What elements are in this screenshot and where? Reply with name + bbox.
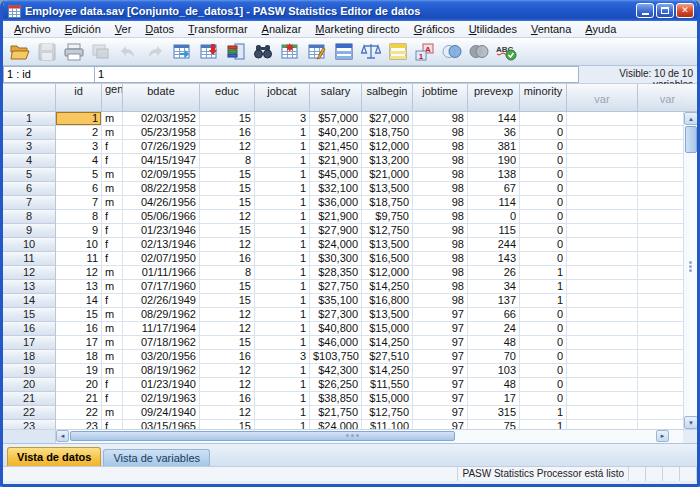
menu-datos[interactable]: Datos (138, 22, 181, 36)
grid-cell[interactable]: 0 (520, 350, 567, 364)
grid-cell[interactable] (638, 224, 683, 238)
grid-cell[interactable]: f (102, 210, 123, 224)
menu-analizar[interactable]: Analizar (255, 22, 309, 36)
grid-cell[interactable]: $21,900 (310, 210, 362, 224)
column-header-educ[interactable]: educ (200, 84, 255, 112)
find-icon[interactable] (250, 40, 275, 63)
grid-cell[interactable]: 02/09/1955 (123, 168, 200, 182)
grid-cell[interactable] (638, 406, 683, 420)
grid-cell[interactable] (567, 210, 638, 224)
grid-cell[interactable]: 0 (520, 126, 567, 140)
grid-cell[interactable]: 10 (56, 238, 102, 252)
grid-cell[interactable] (638, 168, 683, 182)
grid-cell[interactable]: 97 (413, 406, 468, 420)
grid-cell[interactable]: $24,000 (310, 238, 362, 252)
grid-cell[interactable]: 1 (255, 126, 310, 140)
grid-cell[interactable]: $27,000 (362, 112, 413, 126)
grid-cell[interactable]: 17 (468, 392, 520, 406)
grid-cell[interactable]: 190 (468, 154, 520, 168)
grid-cell[interactable] (567, 392, 638, 406)
grid-cell[interactable] (638, 392, 683, 406)
grid-cell[interactable] (567, 322, 638, 336)
grid-cell[interactable]: $45,000 (310, 168, 362, 182)
grid-cell[interactable]: 1 (255, 154, 310, 168)
grid-cell[interactable]: $27,510 (362, 350, 413, 364)
grid-cell[interactable] (567, 364, 638, 378)
variables-icon[interactable] (223, 40, 248, 63)
grid-cell[interactable]: 1 (255, 336, 310, 350)
column-header-bdate[interactable]: bdate (123, 84, 200, 112)
grid-cell[interactable]: f (102, 252, 123, 266)
grid-cell[interactable]: 08/22/1958 (123, 182, 200, 196)
grid-cell[interactable]: $42,300 (310, 364, 362, 378)
row-header[interactable]: 19 (3, 364, 56, 378)
grid-cell[interactable]: 114 (468, 196, 520, 210)
grid-cell[interactable]: 98 (413, 224, 468, 238)
grid-cell[interactable]: 1 (255, 238, 310, 252)
row-header[interactable]: 4 (3, 154, 56, 168)
grid-cell[interactable] (638, 350, 683, 364)
grid-cell[interactable]: 16 (200, 392, 255, 406)
grid-cell[interactable] (638, 322, 683, 336)
grid-cell[interactable]: 0 (520, 392, 567, 406)
grid-cell[interactable] (638, 252, 683, 266)
grid-cell[interactable]: 01/11/1966 (123, 266, 200, 280)
grid-cell[interactable]: 04/26/1956 (123, 196, 200, 210)
grid-cell[interactable]: 15 (200, 168, 255, 182)
grid-cell[interactable]: $14,250 (362, 364, 413, 378)
grid-cell[interactable]: 97 (413, 336, 468, 350)
grid-cell[interactable]: 08/29/1962 (123, 308, 200, 322)
grid-cell[interactable]: $103,750 (310, 350, 362, 364)
grid-cell[interactable]: 244 (468, 238, 520, 252)
grid-cell[interactable]: 143 (468, 252, 520, 266)
grid-cell[interactable]: 1 (255, 182, 310, 196)
grid-cell[interactable] (638, 154, 683, 168)
grid-cell[interactable]: 48 (468, 336, 520, 350)
grid-cell[interactable] (638, 336, 683, 350)
row-header[interactable]: 8 (3, 210, 56, 224)
grid-cell[interactable]: $26,250 (310, 378, 362, 392)
grid-cell[interactable]: 98 (413, 210, 468, 224)
grid-cell[interactable]: f (102, 154, 123, 168)
grid-cell[interactable]: m (102, 126, 123, 140)
grid-cell[interactable]: $27,900 (310, 224, 362, 238)
grid-cell[interactable]: 7 (56, 196, 102, 210)
grid-cell[interactable]: $12,750 (362, 224, 413, 238)
grid-cell[interactable]: m (102, 364, 123, 378)
grid-cell[interactable]: 26 (468, 266, 520, 280)
grid-cell[interactable]: 381 (468, 140, 520, 154)
grid-cell[interactable]: 97 (413, 308, 468, 322)
grid-cell[interactable]: 1 (255, 140, 310, 154)
grid-cell[interactable]: 12 (200, 140, 255, 154)
grid-cell[interactable]: 98 (413, 112, 468, 126)
grid-cell[interactable]: $46,000 (310, 336, 362, 350)
grid-cell[interactable]: 98 (413, 182, 468, 196)
grid-cell[interactable]: $40,800 (310, 322, 362, 336)
grid-cell[interactable]: 15 (200, 420, 255, 429)
grid-cell[interactable]: 4 (56, 154, 102, 168)
row-header[interactable]: 10 (3, 238, 56, 252)
grid-cell[interactable]: 02/13/1946 (123, 238, 200, 252)
grid-cell[interactable]: 98 (413, 238, 468, 252)
grid-cell[interactable]: 0 (520, 336, 567, 350)
grid-cell[interactable]: 98 (413, 126, 468, 140)
grid-cell[interactable]: 15 (200, 280, 255, 294)
grid-cell[interactable]: $32,100 (310, 182, 362, 196)
grid-cell[interactable] (567, 294, 638, 308)
grid-cell[interactable]: 0 (520, 378, 567, 392)
goto-variable-icon[interactable] (196, 40, 221, 63)
grid-cell[interactable] (567, 196, 638, 210)
grid-cell[interactable]: 98 (413, 168, 468, 182)
grid-cell[interactable]: 9 (56, 224, 102, 238)
show-all-variables-icon[interactable] (466, 40, 491, 63)
row-header[interactable]: 7 (3, 196, 56, 210)
grid-cell[interactable]: 34 (468, 280, 520, 294)
column-header-salary[interactable]: salary (310, 84, 362, 112)
row-header[interactable]: 16 (3, 322, 56, 336)
grid-cell[interactable]: $15,000 (362, 322, 413, 336)
menu-ver[interactable]: Ver (108, 22, 139, 36)
value-labels-icon[interactable]: A1 (412, 40, 437, 63)
row-header[interactable]: 13 (3, 280, 56, 294)
grid-cell[interactable]: 0 (520, 112, 567, 126)
menu-transformar[interactable]: Transformar (181, 22, 255, 36)
